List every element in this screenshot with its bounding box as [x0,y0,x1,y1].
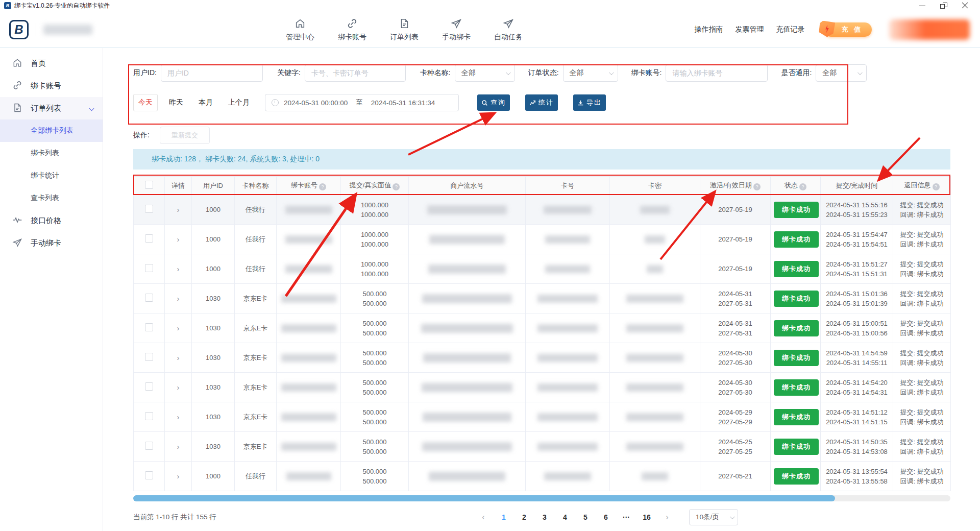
row-checkbox[interactable] [145,234,153,243]
blurred-merchant-serial [423,353,511,363]
status-badge: 绑卡成功 [774,409,819,425]
table-row: ›1000任我行1000.0001000.0002027-05-19绑卡成功20… [134,195,951,225]
sidebar-subitem-6[interactable]: 查卡列表 [0,187,103,209]
pager-page-2[interactable]: 2 [517,510,532,525]
blurred-merchant-serial [429,235,505,244]
status-badge: 绑卡成功 [774,261,819,277]
row-checkbox[interactable] [145,382,153,391]
sidebar-item-1[interactable]: 绑卡账号 [0,75,103,97]
help-icon[interactable]: ? [319,183,326,190]
order-status-select[interactable]: 全部 [563,64,618,82]
expand-row-icon[interactable]: › [177,442,180,451]
close-icon[interactable] [962,3,969,9]
date-range-input[interactable]: 2024-05-31 00:00:00 至 2024-05-31 16:31:3… [265,94,459,111]
lightning-icon [819,21,835,37]
sidebar-item-7[interactable]: 接口价格 [0,209,103,232]
cell-card-type: 任我行 [235,195,277,225]
cell-user-id: 1030 [192,373,235,402]
nav-item-0[interactable]: 管理中心 [286,18,314,42]
card-type-select[interactable]: 全部 [455,64,515,82]
bind-account-input[interactable] [666,64,768,82]
quick-date-last-month[interactable]: 上个月 [228,98,250,107]
table-row: ›1030京东E卡500.000500.0002024-05-252027-05… [134,432,951,462]
pager-page-1[interactable]: 1 [496,510,511,525]
column-header-卡号: 卡号 [526,177,610,195]
help-icon[interactable]: ? [933,183,940,190]
nav-item-label: 绑卡账号 [338,33,366,42]
universal-select[interactable]: 全部 [816,64,867,82]
quick-date-this-month[interactable]: 本月 [199,98,213,107]
link-operation-guide[interactable]: 操作指南 [694,25,723,34]
minimize-icon[interactable] [919,3,926,9]
quick-date-today[interactable]: 今天 [133,94,158,111]
expand-row-icon[interactable]: › [177,324,180,332]
restore-icon[interactable] [940,3,947,9]
sidebar-item-0[interactable]: 首页 [0,52,103,75]
row-checkbox[interactable] [145,323,153,331]
cell-user-id: 1000 [192,225,235,254]
recharge-button[interactable]: 充 值 [824,22,872,37]
row-checkbox[interactable] [145,412,153,420]
page-size-select[interactable]: 10条/页 [689,509,738,525]
nav-item-2[interactable]: 订单列表 [390,18,419,42]
link-invoice-management[interactable]: 发票管理 [735,25,764,34]
sidebar-item-2[interactable]: 订单列表 [0,97,103,119]
help-icon[interactable]: ? [753,183,761,190]
cell-user-id: 1030 [192,313,235,343]
help-icon[interactable]: ? [799,183,806,190]
expand-row-icon[interactable]: › [177,205,180,214]
row-checkbox[interactable] [145,205,153,213]
expand-row-icon[interactable]: › [177,235,180,244]
expand-row-icon[interactable]: › [177,353,180,362]
status-badge: 绑卡成功 [774,202,819,218]
blurred-card-password [626,295,683,303]
blurred-card-password [647,265,663,273]
brand-logo: B [9,20,29,39]
expand-row-icon[interactable]: › [177,383,180,392]
row-checkbox[interactable] [145,294,153,302]
link-icon [347,18,358,31]
sidebar-subitem-4[interactable]: 绑卡列表 [0,142,103,164]
expand-row-icon[interactable]: › [177,264,180,273]
blurred-card-number [537,383,598,392]
row-checkbox[interactable] [145,442,153,450]
link-recharge-records[interactable]: 充值记录 [776,25,804,34]
pager-page-4[interactable]: 4 [557,510,573,525]
sidebar-subitem-5[interactable]: 绑卡统计 [0,164,103,187]
sidebar-item-8[interactable]: 手动绑卡 [0,232,103,254]
expand-row-icon[interactable]: › [177,294,180,303]
scrollbar-thumb[interactable] [133,495,835,501]
column-label: 卡密 [648,182,662,189]
expand-row-icon[interactable]: › [177,472,180,480]
document-icon [12,103,22,114]
cell-user-id: 1000 [192,254,235,284]
nav-item-4[interactable]: 自动任务 [494,18,523,42]
row-checkbox[interactable] [145,264,153,272]
status-badge: 绑卡成功 [774,291,819,307]
cell-result: 提交: 提交成功回调: 绑卡成功 [893,284,951,313]
nav-item-3[interactable]: 手动绑卡 [442,18,471,42]
column-label: 卡种名称 [242,182,269,189]
pager-page-3[interactable]: 3 [537,510,552,525]
pager-next-icon[interactable]: › [659,510,675,525]
export-button[interactable]: 导出 [573,94,606,111]
help-icon[interactable]: ? [393,183,400,190]
row-checkbox[interactable] [145,353,153,361]
pager-page-6[interactable]: 6 [598,510,614,525]
resubmit-button[interactable]: 重新提交 [160,127,210,144]
statistics-button[interactable]: 统计 [525,94,558,111]
quick-date-yesterday[interactable]: 昨天 [169,98,183,107]
select-all-checkbox[interactable] [145,181,153,189]
user-id-input[interactable] [161,64,263,82]
keyword-input[interactable] [305,64,406,82]
pager-page-16[interactable]: 16 [639,510,654,525]
nav-item-1[interactable]: 绑卡账号 [338,18,366,42]
expand-row-icon[interactable]: › [177,413,180,421]
sidebar-item-label: 接口价格 [31,216,61,226]
blurred-merchant-serial [429,472,505,481]
sidebar-subitem-3[interactable]: 全部绑卡列表 [0,119,103,142]
row-checkbox[interactable] [145,471,153,479]
pager-page-5[interactable]: 5 [578,510,593,525]
pager-prev-icon[interactable]: ‹ [476,510,491,525]
search-button[interactable]: 查询 [477,94,510,111]
